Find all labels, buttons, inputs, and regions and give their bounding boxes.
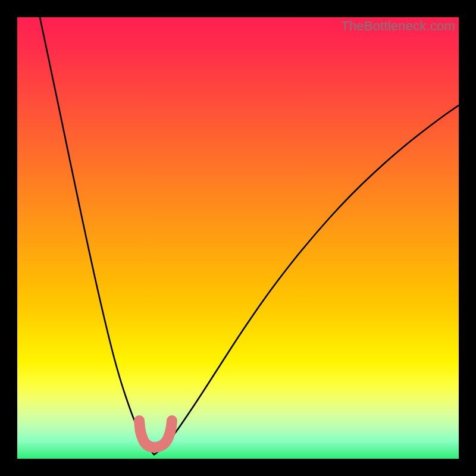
curve-left-branch xyxy=(40,17,154,455)
curve-right-branch xyxy=(154,105,459,455)
green-zone-bracket xyxy=(139,421,172,447)
chart-svg xyxy=(17,17,459,459)
chart-frame: TheBottleneck.com xyxy=(0,0,476,476)
plot-area: TheBottleneck.com xyxy=(17,17,459,459)
